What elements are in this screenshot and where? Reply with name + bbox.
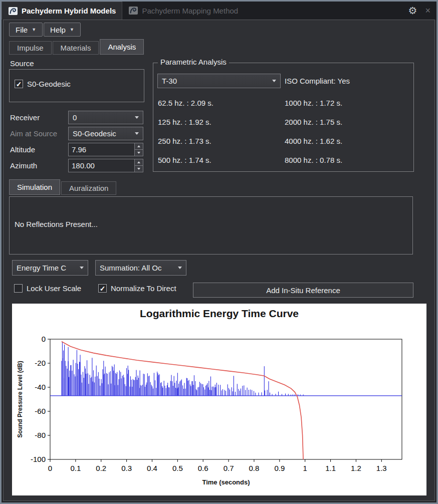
svg-text:1.1: 1.1 xyxy=(325,464,336,472)
source-checkbox[interactable]: ✓ xyxy=(15,80,23,88)
svg-text:-60: -60 xyxy=(35,407,46,415)
svg-text:0.8: 0.8 xyxy=(249,464,260,472)
window-tab-label: Pachyderm Hybrid Models xyxy=(22,7,116,15)
rt-band-value: 2000 hz. : 1.75 s. xyxy=(285,117,342,127)
svg-text:0.7: 0.7 xyxy=(224,464,234,472)
graph-type-dropdown[interactable]: Energy Time C xyxy=(12,260,88,276)
chevron-down-icon: ▼ xyxy=(32,27,36,32)
app-window: Pachyderm Hybrid Models Pachyderm Mappin… xyxy=(0,0,438,504)
aim-at-source-label: Aim at Source xyxy=(10,127,57,140)
check-icon: ✓ xyxy=(15,80,23,88)
titlebar: Pachyderm Hybrid Models Pachyderm Mappin… xyxy=(2,2,436,20)
iso-compliant-text: ISO Compliant: Yes xyxy=(285,76,350,86)
svg-text:0.1: 0.1 xyxy=(70,464,81,472)
rt-band-value: 500 hz. : 1.74 s. xyxy=(158,155,213,165)
etc-chart: Logarithmic Energy Time Curve Sound Pres… xyxy=(12,304,426,495)
svg-text:-80: -80 xyxy=(35,431,46,439)
tab-materials[interactable]: Materials xyxy=(53,41,99,55)
svg-text:0.6: 0.6 xyxy=(198,464,208,472)
altitude-spin-buttons xyxy=(134,143,143,156)
source-list: ✓ S0-Geodesic xyxy=(9,69,144,102)
source-item[interactable]: ✓ S0-Geodesic xyxy=(15,80,71,88)
svg-text:0.9: 0.9 xyxy=(274,464,285,472)
azimuth-spinner[interactable] xyxy=(68,159,143,172)
azimuth-label: Azimuth xyxy=(10,159,37,172)
svg-text:0.3: 0.3 xyxy=(121,464,132,472)
rt-band-value: 62.5 hz. : 2.09 s. xyxy=(158,98,213,108)
spin-up-icon[interactable] xyxy=(135,159,143,165)
window-tab-label: Pachyderm Mapping Method xyxy=(142,7,238,15)
tab-simulation[interactable]: Simulation xyxy=(9,179,60,195)
tab-auralization[interactable]: Auralization xyxy=(61,181,116,195)
rt-band-value: 4000 hz. : 1.62 s. xyxy=(285,136,342,146)
rt-values-right: 1000 hz. : 1.72 s. 2000 hz. : 1.75 s. 40… xyxy=(285,98,342,165)
normalize-to-direct-checkbox[interactable]: ✓ xyxy=(98,284,107,293)
svg-text:0.4: 0.4 xyxy=(147,464,157,472)
gear-icon[interactable]: ⚙ xyxy=(408,6,417,16)
azimuth-input[interactable] xyxy=(69,159,134,172)
spin-down-icon[interactable] xyxy=(135,165,143,172)
chevron-down-icon xyxy=(135,132,139,135)
altitude-input[interactable] xyxy=(69,143,134,156)
receiver-value: 0 xyxy=(73,113,132,122)
altitude-label: Altitude xyxy=(10,143,35,156)
file-menu-label: File xyxy=(16,26,28,34)
graph-type-value: Energy Time C xyxy=(17,264,77,272)
summation-dropdown[interactable]: Summation: All Oc xyxy=(95,260,186,276)
file-menu-button[interactable]: File ▼ xyxy=(9,23,43,37)
svg-text:0: 0 xyxy=(42,335,46,343)
pachyderm-logo-icon xyxy=(8,6,18,16)
metric-dropdown[interactable]: T-30 xyxy=(157,74,281,88)
lock-user-scale-label: Lock User Scale xyxy=(27,284,81,293)
spin-up-icon[interactable] xyxy=(135,143,143,149)
altitude-spinner[interactable] xyxy=(68,143,143,156)
menubar: File ▼ Help ▼ xyxy=(9,23,81,37)
svg-text:0: 0 xyxy=(48,464,52,472)
spin-down-icon[interactable] xyxy=(135,149,143,156)
rt-band-value: 8000 hz. : 0.78 s. xyxy=(285,155,342,165)
window-tab-hybrid-models[interactable]: Pachyderm Hybrid Models xyxy=(2,2,122,20)
source-section-label: Source xyxy=(10,59,34,68)
receiver-dropdown[interactable]: 0 xyxy=(68,111,143,124)
chevron-down-icon: ▼ xyxy=(70,27,74,32)
main-tab-strip: Impulse Materials Analysis xyxy=(9,39,145,55)
reflections-list: No Reflections Present... xyxy=(9,196,413,255)
summation-value: Summation: All Oc xyxy=(100,264,175,272)
tab-analysis[interactable]: Analysis xyxy=(100,39,144,55)
source-item-label: S0-Geodesic xyxy=(27,80,71,88)
tab-impulse[interactable]: Impulse xyxy=(9,41,52,55)
chevron-down-icon xyxy=(80,267,84,269)
pachyderm-logo-icon xyxy=(128,6,138,16)
rt-band-value: 125 hz. : 1.92 s. xyxy=(158,117,213,127)
check-icon: ✓ xyxy=(99,285,106,293)
chevron-down-icon xyxy=(272,80,276,82)
svg-text:1: 1 xyxy=(303,464,307,472)
lock-user-scale-checkbox[interactable] xyxy=(14,284,23,293)
parametric-analysis-title: Parametric Analysis xyxy=(158,58,229,66)
svg-text:0.2: 0.2 xyxy=(96,464,106,472)
azimuth-spin-buttons xyxy=(134,159,143,172)
window-tab-mapping-method[interactable]: Pachyderm Mapping Method xyxy=(122,2,244,20)
chevron-down-icon xyxy=(178,267,182,269)
svg-text:-20: -20 xyxy=(35,359,46,367)
etc-plot: 00.10.20.30.40.50.60.70.80.911.11.21.30-… xyxy=(12,304,426,495)
titlebar-actions: ⚙ × xyxy=(408,2,436,20)
rt-band-value: 1000 hz. : 1.72 s. xyxy=(285,98,342,108)
aim-at-source-dropdown[interactable]: S0-Geodesic xyxy=(68,127,143,140)
add-insitu-reference-button[interactable]: Add In-Situ Reference xyxy=(193,283,413,298)
aim-at-source-value: S0-Geodesic xyxy=(73,129,132,138)
svg-text:-40: -40 xyxy=(35,383,46,391)
metric-value: T-30 xyxy=(162,77,269,85)
sub-tab-strip: Simulation Auralization xyxy=(9,179,117,195)
svg-text:1.3: 1.3 xyxy=(376,464,387,472)
close-icon[interactable]: × xyxy=(425,6,430,15)
help-menu-button[interactable]: Help ▼ xyxy=(44,23,81,37)
main-panel: File ▼ Help ▼ Impulse Materials Analysis… xyxy=(3,20,435,501)
help-menu-label: Help xyxy=(50,26,66,34)
receiver-label: Receiver xyxy=(10,111,40,124)
svg-text:0.5: 0.5 xyxy=(172,464,183,472)
no-reflections-text: No Reflections Present... xyxy=(15,220,98,228)
parametric-analysis-group: Parametric Analysis T-30 ISO Compliant: … xyxy=(153,63,414,172)
svg-text:-100: -100 xyxy=(31,455,46,463)
rt-values-left: 62.5 hz. : 2.09 s. 125 hz. : 1.92 s. 250… xyxy=(158,98,213,165)
